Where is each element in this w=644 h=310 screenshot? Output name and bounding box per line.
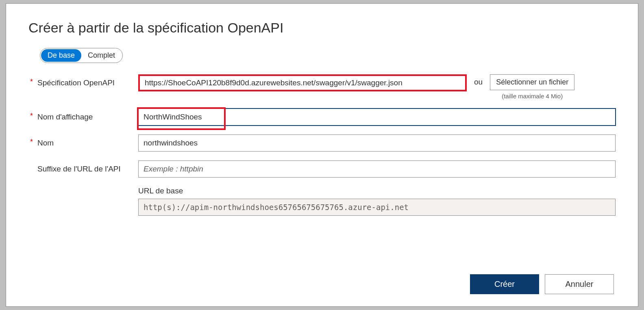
name-input-row: [138, 134, 616, 152]
toggle-basic[interactable]: De base: [41, 49, 81, 62]
displayname-label-cell: * Nom d'affichage: [28, 108, 134, 123]
modal-footer: Créer Annuler: [28, 274, 616, 294]
displayname-input[interactable]: [138, 108, 616, 126]
name-label-cell: * Nom: [28, 134, 134, 149]
displayname-label: Nom d'affichage: [37, 112, 93, 123]
urlsuffix-label-cell: * Suffixe de l'URL de l'API: [28, 160, 134, 175]
urlsuffix-label: Suffixe de l'URL de l'API: [37, 164, 121, 175]
name-label: Nom: [37, 138, 54, 149]
modal-title: Créer à partir de la spécification OpenA…: [28, 20, 616, 36]
urlsuffix-input-row: [138, 160, 616, 178]
toggle-full[interactable]: Complet: [81, 49, 122, 62]
required-marker: *: [28, 138, 37, 146]
or-text: ou: [474, 74, 483, 87]
baseurl-label-cell: [28, 186, 134, 190]
file-select-wrap: Sélectionner un fichier (taille maximale…: [490, 74, 574, 100]
spec-input-wrap: [138, 74, 467, 91]
file-size-hint: (taille maximale 4 Mio): [502, 93, 563, 100]
create-button[interactable]: Créer: [470, 274, 539, 294]
spec-input-row: ou Sélectionner un fichier (taille maxim…: [138, 74, 616, 100]
cancel-button[interactable]: Annuler: [545, 274, 614, 294]
baseurl-input: [138, 199, 616, 216]
displayname-input-row: [138, 108, 616, 126]
baseurl-label: URL de base: [138, 186, 616, 195]
baseurl-section: URL de base: [138, 186, 616, 216]
select-file-button[interactable]: Sélectionner un fichier: [490, 74, 574, 90]
name-input[interactable]: [138, 134, 616, 152]
create-openapi-modal: Créer à partir de la spécification OpenA…: [6, 3, 638, 307]
spec-input[interactable]: [138, 74, 467, 91]
spec-label-cell: * Spécification OpenAPI: [28, 74, 134, 89]
required-marker: *: [28, 78, 37, 86]
mode-toggle: De base Complet: [40, 48, 123, 63]
required-marker: *: [28, 112, 37, 120]
form-grid: * Spécification OpenAPI ou Sélectionner …: [28, 74, 616, 216]
urlsuffix-input[interactable]: [138, 160, 616, 178]
displayname-highlight: [138, 108, 616, 126]
spec-label: Spécification OpenAPI: [37, 78, 115, 89]
